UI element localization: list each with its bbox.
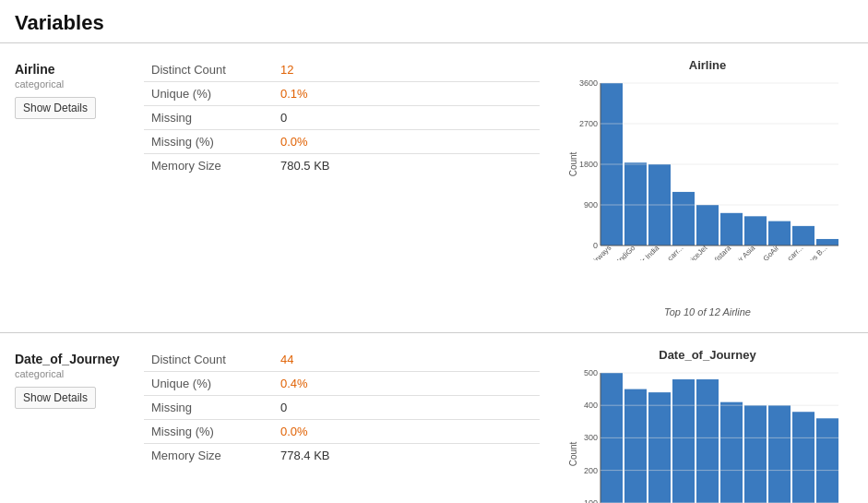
y-label-0-0: 0 bbox=[593, 241, 598, 250]
show-details-button-0[interactable]: Show Details bbox=[15, 97, 96, 119]
var-chart-0: Airline0900180027003600CountJet AirwaysI… bbox=[554, 58, 868, 317]
stat-value-0-3: 0.0% bbox=[273, 130, 540, 154]
bar-1-1 bbox=[624, 389, 647, 503]
y-label-1-1: 100 bbox=[584, 498, 598, 503]
bar-1-7 bbox=[768, 405, 791, 503]
bar-0-7 bbox=[768, 222, 791, 246]
show-details-button-1[interactable]: Show Details bbox=[15, 387, 96, 409]
var-type-0: categorical bbox=[15, 78, 64, 90]
y-label-0-4: 3600 bbox=[579, 78, 598, 88]
y-axis-label-1: Count bbox=[569, 441, 578, 466]
var-chart-1: Date_of_Journey0100200300400500Count18/0… bbox=[554, 348, 868, 503]
stat-row-1-1: Unique (%)0.4% bbox=[144, 372, 540, 396]
var-name-1: Date_of_Journey bbox=[15, 352, 120, 366]
bar-0-3 bbox=[672, 192, 695, 246]
stat-row-1-0: Distinct Count44 bbox=[144, 348, 540, 372]
bar-1-5 bbox=[720, 402, 743, 503]
y-axis-label-0: Count bbox=[569, 151, 578, 176]
stat-value-1-4: 778.4 KB bbox=[273, 444, 540, 468]
y-label-0-2: 1800 bbox=[579, 160, 598, 169]
stat-label-1-2: Missing bbox=[144, 396, 273, 420]
y-label-1-4: 400 bbox=[584, 401, 598, 410]
variable-section-1: Date_of_JourneycategoricalShow DetailsDi… bbox=[0, 332, 868, 503]
chart-caption-0: Top 10 of 12 Airline bbox=[664, 306, 751, 317]
stat-value-1-1: 0.4% bbox=[273, 372, 540, 396]
bar-0-9 bbox=[816, 239, 838, 246]
stat-label-0-3: Missing (%) bbox=[144, 130, 273, 154]
stat-label-1-4: Memory Size bbox=[144, 444, 273, 468]
stat-row-0-4: Memory Size780.5 KB bbox=[144, 154, 540, 178]
stat-row-0-1: Unique (%)0.1% bbox=[144, 82, 540, 106]
bar-0-1 bbox=[624, 162, 647, 246]
var-left-0: AirlinecategoricalShow Details bbox=[0, 58, 129, 317]
stat-row-0-0: Distinct Count12 bbox=[144, 58, 540, 82]
bar-0-5 bbox=[720, 213, 743, 246]
stat-value-1-0: 44 bbox=[273, 348, 540, 372]
y-label-1-5: 500 bbox=[584, 368, 598, 377]
stat-row-1-4: Memory Size778.4 KB bbox=[144, 444, 540, 468]
stat-label-1-3: Missing (%) bbox=[144, 420, 273, 444]
page-title: Variables bbox=[0, 0, 868, 42]
var-name-0: Airline bbox=[15, 62, 55, 77]
bar-0-6 bbox=[744, 216, 767, 246]
y-label-0-1: 900 bbox=[584, 200, 598, 210]
stat-row-0-3: Missing (%)0.0% bbox=[144, 130, 540, 154]
stat-row-0-2: Missing0 bbox=[144, 106, 540, 130]
bar-1-3 bbox=[672, 379, 695, 503]
stat-label-0-4: Memory Size bbox=[144, 154, 273, 178]
y-label-0-3: 2700 bbox=[579, 119, 598, 128]
stat-label-0-0: Distinct Count bbox=[144, 58, 273, 82]
stat-value-0-1: 0.1% bbox=[273, 82, 540, 106]
stat-value-1-3: 0.0% bbox=[273, 420, 540, 444]
chart-title-1: Date_of_Journey bbox=[659, 348, 755, 362]
stat-row-1-3: Missing (%)0.0% bbox=[144, 420, 540, 444]
bar-1-6 bbox=[744, 405, 767, 503]
chart-svg-0: 0900180027003600CountJet AirwaysIndiGoAi… bbox=[569, 76, 846, 260]
variable-section-0: AirlinecategoricalShow DetailsDistinct C… bbox=[0, 42, 868, 332]
stat-label-1-0: Distinct Count bbox=[144, 348, 273, 372]
stat-label-0-2: Missing bbox=[144, 106, 273, 130]
var-type-1: categorical bbox=[15, 368, 64, 379]
bar-0-8 bbox=[792, 226, 814, 246]
stat-label-0-1: Unique (%) bbox=[144, 82, 273, 106]
bar-0-4 bbox=[696, 205, 719, 246]
stat-value-0-2: 0 bbox=[273, 106, 540, 130]
stat-value-0-0: 12 bbox=[273, 58, 540, 82]
stat-label-1-1: Unique (%) bbox=[144, 372, 273, 396]
stat-value-0-4: 780.5 KB bbox=[273, 154, 540, 178]
chart-svg-1: 0100200300400500Count18/05/20196/06/2019… bbox=[569, 365, 846, 503]
bar-1-8 bbox=[792, 412, 814, 503]
bar-1-9 bbox=[816, 418, 838, 503]
stat-value-1-2: 0 bbox=[273, 396, 540, 420]
chart-title-0: Airline bbox=[689, 58, 726, 72]
var-stats-0: Distinct Count12Unique (%)0.1%Missing0Mi… bbox=[129, 58, 554, 317]
y-label-1-3: 300 bbox=[584, 433, 598, 442]
x-label-0-7: GoAir bbox=[762, 244, 781, 260]
bar-1-2 bbox=[648, 392, 671, 503]
var-stats-1: Distinct Count44Unique (%)0.4%Missing0Mi… bbox=[129, 348, 554, 503]
var-left-1: Date_of_JourneycategoricalShow Details bbox=[0, 348, 129, 503]
y-label-1-2: 200 bbox=[584, 466, 598, 475]
bar-1-4 bbox=[696, 379, 719, 503]
stat-row-1-2: Missing0 bbox=[144, 396, 540, 420]
